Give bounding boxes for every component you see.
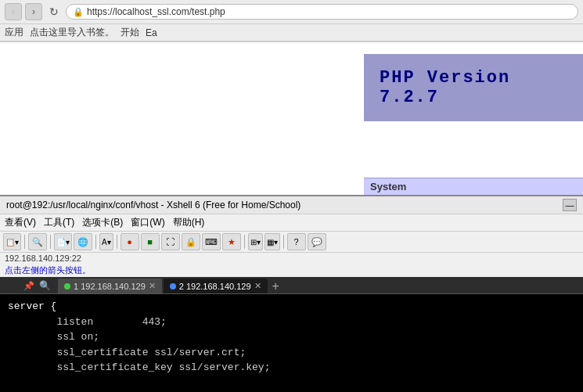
tab-1-close[interactable]: ✕ bbox=[149, 281, 156, 291]
toolbar-dropdown-arrow: ▾ bbox=[15, 238, 19, 246]
toolbar-separator-2 bbox=[50, 235, 51, 249]
toolbar-layout-arrow: ▾ bbox=[257, 238, 261, 246]
forward-button[interactable]: › bbox=[25, 3, 42, 20]
xshell-titlebar: root@192:/usr/local/nginx/conf/vhost - X… bbox=[0, 196, 583, 214]
address-bar[interactable]: 🔒 https://localhost_ssl.com/test.php bbox=[66, 4, 578, 20]
toolbar-file-dropdown[interactable]: 📄 ▾ bbox=[54, 233, 72, 250]
toolbar-font-arrow: ▾ bbox=[107, 238, 111, 246]
toolbar-separator-6 bbox=[283, 235, 284, 249]
toolbar-keyboard-btn[interactable]: ⌨ bbox=[202, 233, 221, 250]
toolbar-globe-btn[interactable]: 🌐 bbox=[74, 233, 92, 250]
bookmark-extra[interactable]: Ea bbox=[146, 27, 157, 38]
status-note: 点击左侧的箭头按钮。 bbox=[5, 265, 91, 275]
xshell-controls: — bbox=[563, 199, 577, 211]
bookmark-start[interactable]: 开始 bbox=[121, 26, 139, 39]
new-tab-button[interactable]: + bbox=[269, 279, 283, 293]
toolbar-lock-btn[interactable]: 🔒 bbox=[182, 233, 200, 250]
menu-help[interactable]: 帮助(H) bbox=[173, 216, 205, 229]
browser-nav: ‹ › ↻ 🔒 https://localhost_ssl.com/test.p… bbox=[0, 0, 583, 24]
xshell-title: root@192:/usr/local/nginx/conf/vhost - X… bbox=[6, 200, 300, 210]
system-label: System bbox=[370, 181, 406, 192]
xshell-toolbar: 📋 ▾ 🔍 📄 ▾ 🌐 A ▾ ● ■ ⛶ 🔒 ⌨ ★ ⊞ ▾ ▦ ▾ bbox=[0, 232, 583, 253]
status-note-row: 点击左侧的箭头按钮。 bbox=[0, 264, 583, 277]
toolbar-layout-icon: ⊞ bbox=[250, 238, 257, 246]
toolbar-file-arrow: ▾ bbox=[66, 238, 70, 246]
back-button[interactable]: ‹ bbox=[5, 3, 22, 20]
tab-1[interactable]: 1 192.168.140.129 ✕ bbox=[58, 279, 162, 293]
toolbar-grid-dropdown[interactable]: ▦ ▾ bbox=[265, 233, 280, 250]
toolbar-file-icon: 📄 bbox=[56, 238, 66, 246]
minimize-button[interactable]: — bbox=[563, 199, 577, 211]
toolbar-session-dropdown[interactable]: 📋 ▾ bbox=[3, 233, 21, 250]
xshell-window: root@192:/usr/local/nginx/conf/vhost - X… bbox=[0, 195, 583, 392]
tab-2-label: 2 192.168.140.129 bbox=[179, 282, 251, 291]
browser-chrome: ‹ › ↻ 🔒 https://localhost_ssl.com/test.p… bbox=[0, 0, 583, 42]
tab-2-close[interactable]: ✕ bbox=[254, 281, 261, 291]
tab-1-dot bbox=[64, 283, 70, 290]
tab-bar: 📌 🔍 1 192.168.140.129 ✕ 2 192.168.140.12… bbox=[0, 277, 583, 294]
php-version-text: PHP Version 7.2.7 bbox=[380, 68, 567, 107]
lock-icon: 🔒 bbox=[73, 7, 84, 17]
menu-view[interactable]: 查看(V) bbox=[5, 216, 36, 229]
toolbar-comment-btn[interactable]: 💬 bbox=[308, 233, 326, 250]
terminal-line-6 bbox=[8, 376, 575, 391]
toolbar-grid-icon: ▦ bbox=[267, 238, 274, 246]
status-host: 192.168.140.129:22 bbox=[5, 254, 81, 263]
refresh-button[interactable]: ↻ bbox=[45, 3, 63, 20]
toolbar-help-btn[interactable]: ? bbox=[287, 233, 306, 250]
toolbar-session-icon: 📋 bbox=[5, 238, 15, 246]
bookmarks-bar: 应用 点击这里导入书签。 开始 Ea bbox=[0, 24, 583, 41]
tab-2[interactable]: 2 192.168.140.129 ✕ bbox=[164, 279, 268, 293]
toolbar-font-dropdown[interactable]: A ▾ bbox=[99, 233, 113, 250]
terminal-content[interactable]: server { listen 443; ssl on; ssl_certifi… bbox=[0, 294, 583, 392]
toolbar-btn-red[interactable]: ● bbox=[121, 233, 139, 250]
tab-search-icon[interactable]: 🔍 bbox=[39, 280, 53, 293]
toolbar-separator-5 bbox=[244, 235, 245, 249]
toolbar-font-icon: A bbox=[102, 238, 107, 246]
xshell-menubar: 查看(V) 工具(T) 选项卡(B) 窗口(W) 帮助(H) bbox=[0, 214, 583, 232]
toolbar-separator-3 bbox=[95, 235, 96, 249]
bookmark-import[interactable]: 点击这里导入书签。 bbox=[30, 26, 114, 39]
tab-2-dot bbox=[170, 283, 176, 290]
terminal-line-3: ssl on; bbox=[8, 329, 575, 345]
toolbar-layout-dropdown[interactable]: ⊞ ▾ bbox=[248, 233, 263, 250]
tab-1-label: 1 192.168.140.129 bbox=[74, 282, 146, 291]
toolbar-btn-green[interactable]: ■ bbox=[141, 233, 160, 250]
menu-options[interactable]: 选项卡(B) bbox=[82, 216, 123, 229]
toolbar-separator-1 bbox=[24, 235, 25, 249]
terminal-line-1: server { bbox=[8, 299, 575, 315]
browser-content: PHP Version 7.2.7 System bbox=[0, 42, 583, 195]
terminal-line-5: ssl_certificate_key ssl/server.key; bbox=[8, 360, 575, 376]
toolbar-star-btn[interactable]: ★ bbox=[222, 233, 241, 250]
toolbar-expand-btn[interactable]: ⛶ bbox=[161, 233, 180, 250]
address-text: https://localhost_ssl.com/test.php bbox=[87, 6, 225, 17]
terminal-line-4: ssl_certificate ssl/server.crt; bbox=[8, 345, 575, 361]
bookmarks-label: 应用 bbox=[5, 26, 23, 39]
status-host-row: 192.168.140.129:22 bbox=[0, 253, 583, 264]
pin-icon: 📌 bbox=[23, 281, 34, 291]
toolbar-grid-arrow: ▾ bbox=[274, 238, 278, 246]
menu-tools[interactable]: 工具(T) bbox=[44, 216, 74, 229]
toolbar-search-btn[interactable]: 🔍 bbox=[28, 233, 47, 250]
toolbar-separator-4 bbox=[117, 235, 117, 249]
menu-window[interactable]: 窗口(W) bbox=[131, 216, 164, 229]
php-info-box: PHP Version 7.2.7 bbox=[364, 54, 583, 121]
system-bar: System bbox=[364, 178, 583, 195]
terminal-line-2: listen 443; bbox=[8, 315, 575, 330]
